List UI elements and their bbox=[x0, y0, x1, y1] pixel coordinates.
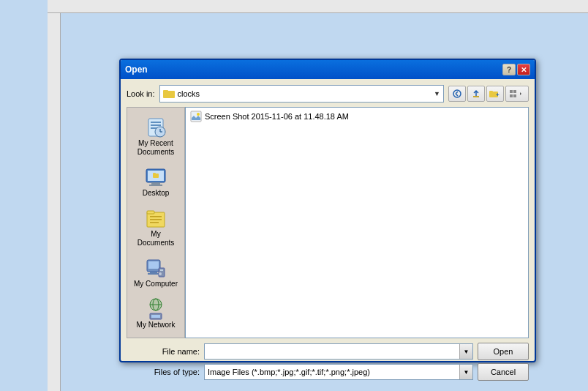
svg-rect-9 bbox=[510, 94, 513, 97]
sidebar-computer-label: My Computer bbox=[134, 280, 178, 288]
open-button[interactable]: Open bbox=[478, 343, 529, 360]
svg-rect-28 bbox=[150, 222, 159, 223]
svg-rect-32 bbox=[148, 273, 159, 275]
svg-rect-1 bbox=[163, 90, 168, 92]
sidebar-item-documents[interactable]: My Documents bbox=[130, 204, 181, 250]
dialog-title: Open bbox=[125, 64, 148, 75]
look-in-dropdown-arrow: ▼ bbox=[434, 90, 440, 97]
files-of-type-value: Image Files (*.bmp;*.jpg;*.gif;*.tif;*.p… bbox=[205, 368, 459, 376]
svg-point-35 bbox=[159, 272, 162, 275]
svg-rect-34 bbox=[160, 269, 163, 271]
up-icon bbox=[471, 89, 481, 98]
sidebar: My Recent Documents Desktop bbox=[127, 107, 185, 338]
sidebar-item-recent[interactable]: My Recent Documents bbox=[130, 113, 181, 159]
sidebar-item-desktop[interactable]: Desktop bbox=[130, 163, 181, 200]
svg-rect-40 bbox=[151, 315, 160, 318]
new-folder-icon: + bbox=[489, 89, 501, 98]
sidebar-recent-label: My Recent Documents bbox=[132, 139, 179, 157]
file-list[interactable]: Screen Shot 2015-11-06 at 11.48.18 AM bbox=[185, 107, 529, 338]
sidebar-network-label: My Network bbox=[137, 321, 176, 329]
svg-rect-5 bbox=[489, 91, 493, 93]
folder-icon bbox=[163, 88, 175, 100]
files-of-type-label: Files of type: bbox=[127, 368, 200, 376]
sidebar-item-computer[interactable]: My Computer bbox=[130, 254, 181, 291]
open-file-dialog: Open ? ✕ Look in: clocks ▼ bbox=[119, 59, 536, 362]
svg-rect-23 bbox=[153, 173, 156, 174]
view-icon bbox=[510, 89, 524, 98]
svg-rect-25 bbox=[147, 211, 154, 214]
ruler-left bbox=[48, 0, 61, 391]
svg-rect-31 bbox=[150, 272, 157, 273]
my-documents-icon bbox=[144, 206, 167, 230]
my-computer-icon bbox=[144, 256, 167, 280]
new-folder-button[interactable]: + bbox=[486, 86, 504, 102]
title-bar: Open ? ✕ bbox=[121, 60, 535, 79]
svg-rect-20 bbox=[151, 182, 160, 185]
recent-docs-icon bbox=[144, 116, 167, 139]
svg-rect-3 bbox=[473, 96, 479, 97]
close-button[interactable]: ✕ bbox=[517, 64, 530, 75]
file-name-label: File name: bbox=[127, 347, 200, 356]
look-in-folder-name: clocks bbox=[178, 89, 431, 98]
svg-rect-7 bbox=[510, 90, 513, 93]
cancel-button[interactable]: Cancel bbox=[478, 363, 529, 381]
look-in-select[interactable]: clocks ▼ bbox=[159, 85, 444, 103]
file-name-input[interactable]: ▼ bbox=[204, 343, 473, 360]
up-button[interactable] bbox=[467, 86, 485, 102]
svg-rect-21 bbox=[149, 185, 162, 186]
svg-rect-30 bbox=[148, 261, 159, 269]
sidebar-item-network[interactable]: My Network bbox=[130, 295, 181, 332]
sidebar-documents-label: My Documents bbox=[132, 230, 179, 247]
svg-point-43 bbox=[197, 113, 200, 116]
back-icon bbox=[452, 89, 462, 98]
files-of-type-select[interactable]: Image Files (*.bmp;*.jpg;*.gif;*.tif;*.p… bbox=[204, 364, 473, 380]
image-file-icon bbox=[190, 111, 202, 122]
back-button[interactable] bbox=[448, 86, 466, 102]
look-in-label: Look in: bbox=[127, 89, 155, 98]
bottom-area: File name: ▼ Open Files of type: Image F… bbox=[127, 343, 529, 381]
desktop-icon bbox=[144, 165, 167, 189]
svg-rect-13 bbox=[151, 124, 161, 126]
main-content: My Recent Documents Desktop bbox=[127, 107, 529, 338]
title-bar-buttons: ? ✕ bbox=[502, 64, 530, 75]
dialog-body: Look in: clocks ▼ bbox=[121, 79, 535, 387]
svg-rect-12 bbox=[151, 122, 161, 123]
svg-rect-33 bbox=[159, 268, 165, 277]
my-network-icon bbox=[144, 297, 167, 321]
file-name: Screen Shot 2015-11-06 at 11.48.18 AM bbox=[205, 112, 349, 121]
help-button[interactable]: ? bbox=[502, 64, 516, 75]
svg-rect-27 bbox=[150, 219, 162, 220]
files-of-type-dropdown-arrow[interactable]: ▼ bbox=[459, 365, 472, 379]
file-name-dropdown-arrow[interactable]: ▼ bbox=[459, 344, 472, 359]
svg-text:+: + bbox=[496, 92, 500, 98]
look-in-bar: Look in: clocks ▼ bbox=[127, 85, 529, 103]
toolbar-buttons: + bbox=[448, 86, 529, 102]
svg-rect-26 bbox=[150, 216, 162, 217]
view-button[interactable] bbox=[505, 86, 529, 102]
svg-rect-10 bbox=[513, 94, 516, 97]
svg-rect-8 bbox=[513, 90, 516, 93]
file-item[interactable]: Screen Shot 2015-11-06 at 11.48.18 AM bbox=[187, 109, 527, 124]
svg-point-2 bbox=[453, 90, 461, 97]
ruler-top bbox=[48, 0, 588, 13]
sidebar-desktop-label: Desktop bbox=[143, 189, 170, 198]
